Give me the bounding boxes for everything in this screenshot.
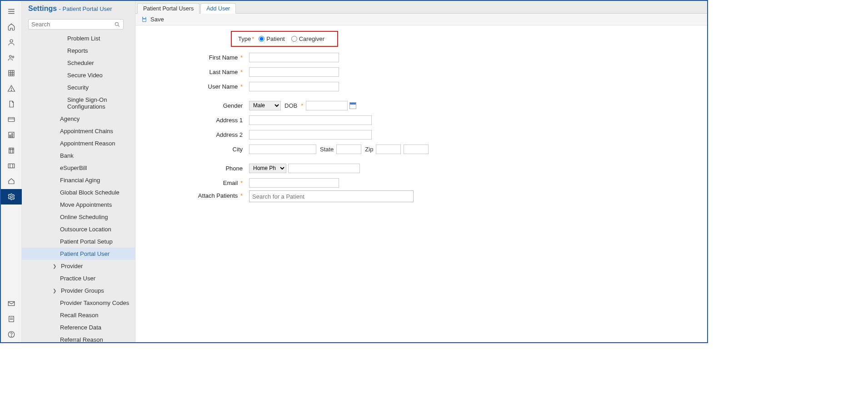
address2-input[interactable]: [249, 130, 372, 140]
sidebar-item[interactable]: Global Block Schedule: [22, 186, 135, 199]
email-input[interactable]: [249, 178, 339, 188]
chevron-right-icon: ❯: [53, 288, 58, 293]
film-icon[interactable]: [1, 158, 22, 174]
type-label: Type*: [238, 35, 254, 42]
icon-rail: [1, 1, 22, 342]
svg-rect-13: [8, 118, 15, 122]
zip-input[interactable]: [376, 145, 401, 154]
sidebar-item[interactable]: Outsource Location: [22, 223, 135, 235]
radio-caregiver[interactable]: Caregiver: [291, 35, 324, 42]
sidebar-item-label: Financial Aging: [60, 177, 100, 184]
sidebar-search-input[interactable]: [31, 21, 114, 28]
save-label: Save: [150, 16, 164, 23]
grid-icon[interactable]: [1, 65, 22, 81]
sidebar-item[interactable]: Online Scheduling: [22, 211, 135, 223]
sidebar-item[interactable]: Patient Portal User: [22, 248, 135, 260]
sidebar-item[interactable]: Patient Portal Setup: [22, 235, 135, 248]
sidebar-item[interactable]: ❯Provider Groups: [22, 284, 135, 297]
mail-icon[interactable]: [1, 296, 22, 311]
sidebar-item[interactable]: Secure Video: [22, 69, 135, 81]
svg-line-33: [118, 25, 120, 26]
svg-point-31: [11, 336, 11, 336]
dob-input[interactable]: [306, 101, 348, 110]
sidebar-item[interactable]: Agency: [22, 113, 135, 125]
tab[interactable]: Add User: [200, 3, 236, 14]
settings-icon[interactable]: [1, 189, 22, 205]
house-icon[interactable]: [1, 174, 22, 189]
last-name-input[interactable]: [249, 67, 339, 77]
sidebar-item[interactable]: Referral Reason: [22, 334, 135, 342]
state-label: State: [320, 146, 334, 153]
svg-rect-27: [9, 316, 14, 322]
user-name-input[interactable]: [249, 82, 339, 91]
building-icon[interactable]: [1, 143, 22, 158]
attach-patient-input[interactable]: [252, 193, 410, 200]
sidebar-item-label: Reference Data: [60, 324, 101, 331]
attach-patient-search[interactable]: [249, 190, 414, 202]
zip-ext-input[interactable]: [404, 145, 429, 154]
save-button[interactable]: Save: [141, 16, 164, 23]
sidebar-item-label: Problem List: [67, 35, 100, 42]
sidebar-item-label: Agency: [60, 115, 80, 122]
sidebar-item[interactable]: Bank: [22, 150, 135, 162]
sidebar-item-label: Security: [67, 84, 89, 91]
svg-rect-34: [143, 17, 145, 18]
radio-patient[interactable]: Patient: [259, 35, 284, 42]
doc-icon[interactable]: [1, 96, 22, 112]
sidebar-item-label: Outsource Location: [60, 226, 111, 233]
sidebar-item[interactable]: Scheduler: [22, 57, 135, 69]
alert-icon[interactable]: [1, 81, 22, 96]
sidebar-item[interactable]: ❯Provider: [22, 260, 135, 272]
phone-type-select[interactable]: Home PhWork PhCell Ph: [249, 164, 286, 173]
tab[interactable]: Patient Portal Users: [137, 3, 200, 14]
sidebar-item-label: Move Appointments: [60, 201, 112, 208]
sidebar-item[interactable]: Move Appointments: [22, 199, 135, 211]
sidebar-item-label: Patient Portal User: [60, 250, 110, 257]
chart-icon[interactable]: [1, 127, 22, 143]
sidebar-item[interactable]: Appointment Chains: [22, 125, 135, 137]
last-name-label: Last Name *: [145, 69, 249, 75]
sidebar-search[interactable]: [28, 19, 124, 30]
sidebar-nav[interactable]: Problem ListReportsSchedulerSecure Video…: [22, 32, 135, 342]
sidebar-item-label: Bank: [60, 152, 74, 159]
help-icon[interactable]: [1, 327, 22, 342]
title-text: Settings: [28, 5, 57, 12]
sidebar-item[interactable]: eSuperBill: [22, 162, 135, 174]
city-input[interactable]: [249, 145, 316, 154]
radio-patient-input[interactable]: [259, 36, 264, 42]
svg-rect-22: [8, 164, 15, 168]
sidebar-item[interactable]: Recall Reason: [22, 309, 135, 321]
note-icon[interactable]: [1, 311, 22, 327]
address1-input[interactable]: [249, 115, 372, 125]
svg-rect-6: [9, 70, 14, 76]
people-icon[interactable]: [1, 50, 22, 65]
sidebar-item[interactable]: Financial Aging: [22, 174, 135, 186]
city-label: City: [145, 146, 249, 153]
svg-rect-35: [143, 20, 145, 21]
state-input[interactable]: [336, 145, 361, 154]
sidebar-item-label: Patient Portal Setup: [60, 238, 113, 245]
phone-label: Phone: [145, 165, 249, 172]
main-content: Patient Portal UsersAdd User Save Type* …: [135, 1, 707, 342]
first-name-input[interactable]: [249, 53, 339, 62]
sidebar-item[interactable]: Single Sign-On Configurations: [22, 94, 135, 113]
sidebar-item[interactable]: Reports: [22, 45, 135, 57]
sidebar-item[interactable]: Provider Taxonomy Codes: [22, 297, 135, 309]
radio-caregiver-input[interactable]: [291, 36, 297, 42]
gender-select[interactable]: MaleFemaleUnknown: [249, 101, 281, 110]
calendar-icon[interactable]: [349, 102, 356, 109]
menu-icon[interactable]: [1, 4, 22, 19]
sidebar-item[interactable]: Appointment Reason: [22, 137, 135, 150]
phone-input[interactable]: [288, 164, 360, 173]
sidebar-item[interactable]: Security: [22, 81, 135, 94]
home-icon[interactable]: [1, 19, 22, 35]
svg-rect-18: [9, 148, 14, 153]
sidebar-item-label: Provider Groups: [61, 287, 104, 294]
sidebar-item[interactable]: Practice User: [22, 272, 135, 284]
sidebar-item[interactable]: Reference Data: [22, 321, 135, 334]
sidebar-item-label: eSuperBill: [60, 165, 87, 171]
sidebar-item[interactable]: Problem List: [22, 32, 135, 45]
card-icon[interactable]: [1, 112, 22, 127]
zip-label: Zip: [365, 146, 373, 153]
person-icon[interactable]: [1, 35, 22, 50]
